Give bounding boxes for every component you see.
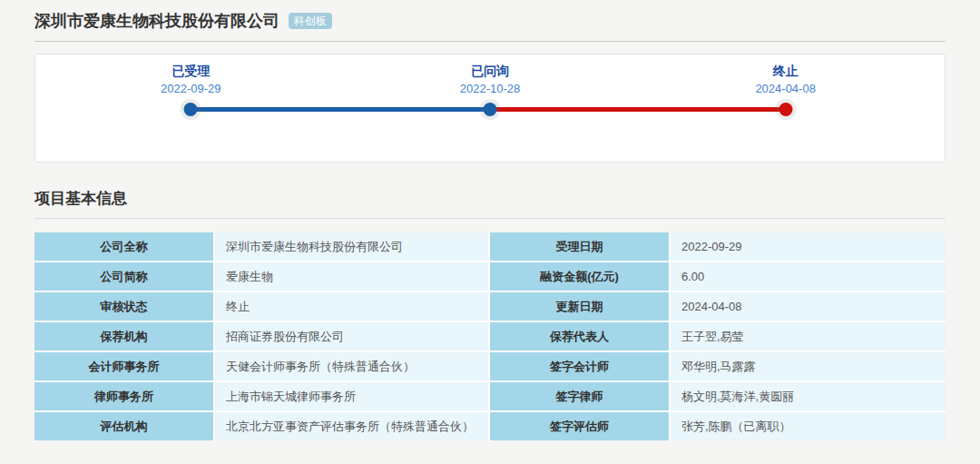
info-label-company-full-name: 公司全称 <box>34 232 213 261</box>
timeline-dot-terminated <box>779 103 792 116</box>
timeline-stage-date: 2022-10-28 <box>460 81 521 96</box>
page: 深圳市爱康生物科技股份有限公司 科创板 已受理 2022-09-29 已问询 2… <box>0 0 980 440</box>
info-value-review-status: 终止 <box>215 292 488 321</box>
info-value-acceptance-date: 2022-09-29 <box>671 232 946 261</box>
info-label-signing-accountants: 签字会计师 <box>490 352 669 380</box>
info-label-update-date: 更新日期 <box>490 292 669 321</box>
timeline-stage-terminated: 终止 2024-04-08 <box>755 63 816 96</box>
timeline-stage-date: 2024-04-08 <box>755 81 816 96</box>
timeline-stage-label: 终止 <box>755 63 816 79</box>
timeline-stage-label: 已问询 <box>460 63 521 79</box>
info-label-signing-appraisers: 签字评估师 <box>490 412 669 440</box>
info-value-law-firm: 上海市锦天城律师事务所 <box>215 382 488 410</box>
info-value-company-short-name: 爱康生物 <box>215 262 488 291</box>
timeline-segment-blue <box>191 107 490 112</box>
info-value-sponsor-representatives: 王子翌,易莹 <box>671 322 946 350</box>
timeline-stage-date: 2022-09-29 <box>161 81 221 96</box>
section-title-basic-info: 项目基本信息 <box>34 189 946 219</box>
info-value-accounting-firm: 天健会计师事务所（特殊普通合伙） <box>215 352 488 380</box>
info-label-company-short-name: 公司简称 <box>34 262 213 291</box>
info-label-financing-amount: 融资金额(亿元) <box>490 262 669 291</box>
board-badge: 科创板 <box>289 13 332 29</box>
review-timeline-panel: 已受理 2022-09-29 已问询 2022-10-28 终止 2024-04… <box>34 54 946 163</box>
timeline-stage-label: 已受理 <box>161 63 221 79</box>
info-value-signing-lawyers: 杨文明,莫海洋,黄圆丽 <box>671 382 946 410</box>
info-value-signing-appraisers: 张芳,陈鹏（已离职） <box>671 412 946 440</box>
timeline-dot-inquired <box>484 103 497 116</box>
info-value-company-full-name: 深圳市爱康生物科技股份有限公司 <box>215 232 488 261</box>
info-value-update-date: 2024-04-08 <box>671 292 946 321</box>
info-label-sponsor: 保荐机构 <box>34 322 213 350</box>
timeline-stage-accepted: 已受理 2022-09-29 <box>161 63 221 96</box>
timeline-stage-inquired: 已问询 2022-10-28 <box>460 63 521 96</box>
info-value-sponsor: 招商证券股份有限公司 <box>215 322 488 350</box>
company-title: 深圳市爱康生物科技股份有限公司 <box>34 11 279 31</box>
info-value-financing-amount: 6.00 <box>671 262 946 291</box>
info-label-accounting-firm: 会计师事务所 <box>34 352 213 380</box>
timeline-segment-red <box>490 107 786 112</box>
info-value-appraisal-agency: 北京北方亚事资产评估事务所（特殊普通合伙） <box>215 412 488 440</box>
info-label-appraisal-agency: 评估机构 <box>34 412 213 440</box>
info-label-sponsor-representatives: 保荐代表人 <box>490 322 669 350</box>
info-label-law-firm: 律师事务所 <box>34 382 213 410</box>
info-label-acceptance-date: 受理日期 <box>490 232 669 261</box>
info-label-review-status: 审核状态 <box>34 292 213 321</box>
info-label-signing-lawyers: 签字律师 <box>490 382 669 410</box>
info-value-signing-accountants: 邓华明,马露露 <box>671 352 946 380</box>
timeline-dot-accepted <box>184 103 198 116</box>
basic-info-table: 公司全称 深圳市爱康生物科技股份有限公司 受理日期 2022-09-29 公司简… <box>34 232 946 440</box>
company-header: 深圳市爱康生物科技股份有限公司 科创板 <box>34 0 946 42</box>
